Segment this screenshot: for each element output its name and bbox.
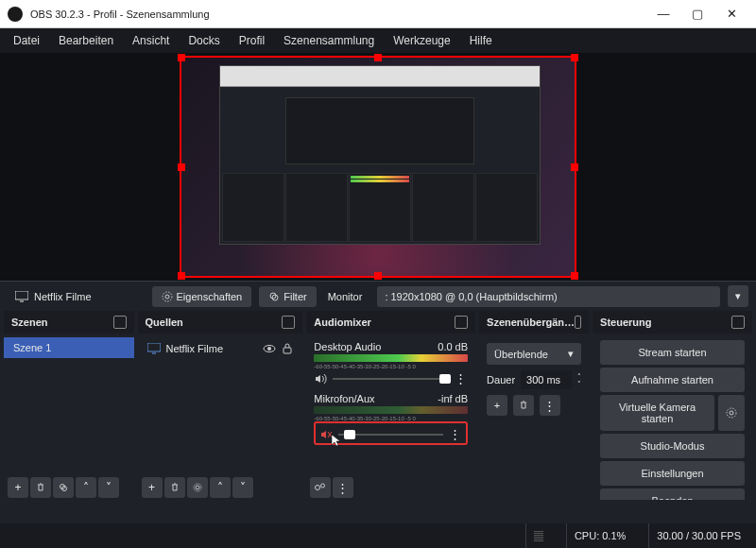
audio-meter <box>314 406 468 414</box>
menu-scene-collection[interactable]: Szenensammlung <box>274 30 384 51</box>
transition-select[interactable]: Überblende▾ <box>487 343 581 365</box>
source-toolbar: Netflix Filme Eigenschaften Filter Monit… <box>0 281 756 311</box>
close-button[interactable]: ✕ <box>714 1 748 27</box>
track-name: Desktop Audio <box>314 341 381 352</box>
studio-mode-button[interactable]: Studio-Modus <box>600 434 745 458</box>
trash-icon <box>170 483 180 492</box>
mixer-settings-button[interactable] <box>310 477 331 498</box>
menu-profile[interactable]: Profil <box>230 30 274 51</box>
popout-icon[interactable] <box>455 316 468 329</box>
track-db: -inf dB <box>438 393 468 404</box>
minimize-button[interactable]: — <box>646 1 680 27</box>
resize-handle[interactable] <box>374 272 382 280</box>
remove-transition-button[interactable] <box>513 395 534 416</box>
gear-icon <box>726 407 737 419</box>
track-menu-button[interactable]: ⋮ <box>455 371 468 385</box>
filter-button[interactable]: Filter <box>259 286 316 307</box>
exit-button[interactable]: Beenden <box>600 488 745 500</box>
trash-icon <box>36 483 45 492</box>
source-properties-button[interactable] <box>187 477 208 498</box>
filter-icon <box>59 483 68 492</box>
duration-input[interactable]: 300 ms <box>521 370 572 389</box>
scene-filters-button[interactable] <box>53 477 74 498</box>
resize-handle[interactable] <box>178 163 185 171</box>
source-down-button[interactable]: ˅ <box>232 477 253 498</box>
monitor-select[interactable]: : 1920x1080 @ 0,0 (Hauptbildschirm) <box>377 286 720 307</box>
resize-handle[interactable] <box>571 272 578 280</box>
track-menu-button[interactable]: ⋮ <box>449 427 462 441</box>
svg-point-2 <box>165 295 169 299</box>
audio-meter <box>314 354 468 362</box>
svg-rect-8 <box>147 343 161 351</box>
source-item[interactable]: Netflix Filme <box>138 337 303 360</box>
svg-point-19 <box>730 411 733 415</box>
virtual-camera-button[interactable]: Virtuelle Kamera starten <box>600 395 714 431</box>
status-bar: CPU: 0.1% 30.00 / 30.00 FPS <box>0 523 756 548</box>
source-up-button[interactable]: ˄ <box>210 477 231 498</box>
add-scene-button[interactable]: + <box>8 477 28 498</box>
start-stream-button[interactable]: Stream starten <box>600 340 745 365</box>
filter-icon <box>268 291 280 302</box>
volume-slider[interactable] <box>338 434 443 436</box>
menu-docks[interactable]: Docks <box>179 30 229 51</box>
resize-handle[interactable] <box>374 54 382 61</box>
transition-menu-button[interactable]: ⋮ <box>540 395 560 416</box>
svg-point-18 <box>321 484 325 488</box>
start-record-button[interactable]: Aufnahme starten <box>600 368 745 392</box>
vcam-settings-button[interactable] <box>718 395 745 431</box>
scene-down-button[interactable]: ˅ <box>98 477 119 498</box>
maximize-button[interactable]: ▢ <box>680 1 714 27</box>
svg-point-11 <box>267 347 271 351</box>
network-indicator <box>525 523 551 548</box>
cursor-icon <box>331 434 342 447</box>
controls-panel: Steuerung Stream starten Aufnahme starte… <box>593 311 752 500</box>
add-source-button[interactable]: + <box>142 477 163 498</box>
menu-file[interactable]: Datei <box>4 30 49 51</box>
window-title: OBS 30.2.3 - Profil - Szenensammlung <box>30 9 646 20</box>
preview-area[interactable] <box>0 53 756 281</box>
menu-tools[interactable]: Werkzeuge <box>384 30 459 51</box>
transitions-title: Szenenübergän… <box>487 317 575 328</box>
svg-point-17 <box>316 486 320 490</box>
scene-up-button[interactable]: ˄ <box>76 477 96 498</box>
chevron-down-icon: ▾ <box>568 348 574 360</box>
svg-rect-12 <box>284 348 291 353</box>
remove-scene-button[interactable] <box>30 477 51 498</box>
monitor-dropdown-chevron[interactable]: ▾ <box>728 285 748 307</box>
remove-source-button[interactable] <box>164 477 185 498</box>
resize-handle[interactable] <box>571 163 578 171</box>
monitor-icon <box>147 343 161 354</box>
transitions-panel: Szenenübergän… Überblende▾ Dauer 300 ms … <box>479 311 589 500</box>
popout-icon[interactable] <box>731 316 745 329</box>
popout-icon[interactable] <box>113 316 127 329</box>
duration-spinner[interactable]: ˄˅ <box>577 373 581 387</box>
add-transition-button[interactable]: + <box>487 395 507 416</box>
volume-slider[interactable] <box>333 378 449 380</box>
resize-handle[interactable] <box>571 54 578 61</box>
trash-icon <box>519 401 528 410</box>
mixer-menu-button[interactable]: ⋮ <box>333 477 353 498</box>
track-db: 0.0 dB <box>438 341 468 352</box>
selected-source-bounds[interactable] <box>180 56 576 278</box>
speaker-icon[interactable] <box>314 372 327 385</box>
mixer-track-mic: Mikrofon/Aux-inf dB -60-55-50-45-40-35-3… <box>306 389 475 449</box>
popout-icon[interactable] <box>575 316 581 329</box>
track-name: Mikrofon/Aux <box>314 393 374 404</box>
gear-icon <box>162 291 173 302</box>
properties-button[interactable]: Eigenschaften <box>152 286 252 307</box>
selected-source-label: Netflix Filme <box>8 291 99 302</box>
fps-usage: 30.00 / 30.00 FPS <box>657 530 741 541</box>
duration-label: Dauer <box>487 374 515 385</box>
lock-icon[interactable] <box>282 343 293 354</box>
annotation-highlight: ⋮ <box>314 421 468 445</box>
visibility-icon[interactable] <box>263 342 276 355</box>
popout-icon[interactable] <box>282 316 295 329</box>
menu-view[interactable]: Ansicht <box>123 30 179 51</box>
settings-button[interactable]: Einstellungen <box>600 461 745 486</box>
resize-handle[interactable] <box>178 272 185 280</box>
menu-help[interactable]: Hilfe <box>460 30 502 51</box>
menu-edit[interactable]: Bearbeiten <box>49 30 123 51</box>
audio-mixer-panel: Audiomixer Desktop Audio0.0 dB -60-55-50… <box>306 311 475 500</box>
scene-item[interactable]: Szene 1 <box>4 337 134 358</box>
resize-handle[interactable] <box>178 54 185 61</box>
